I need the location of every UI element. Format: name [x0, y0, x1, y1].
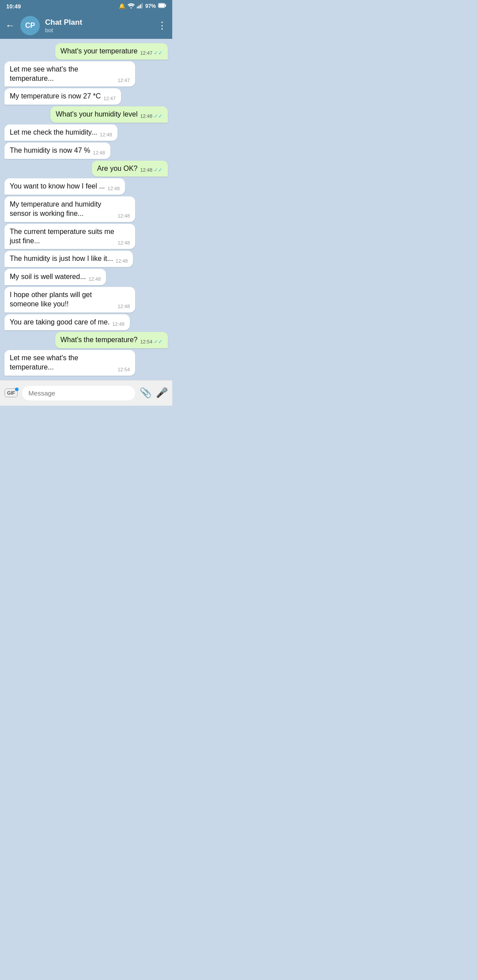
message-meta: 12:54 — [117, 367, 130, 372]
message-text: What's your temperature — [61, 47, 138, 56]
header-info: Chat Plant bot — [45, 18, 152, 34]
received-message: The humidity is just how I like it... 12… — [4, 251, 133, 267]
message-text: The humidity is just how I like it... — [10, 254, 113, 264]
menu-button[interactable]: ⋮ — [157, 20, 167, 31]
alarm-icon: 🔔 — [119, 3, 125, 9]
svg-rect-4 — [141, 3, 143, 8]
received-message: My temperature is now 27 *C 12:47 — [4, 88, 121, 105]
message-time: 12:47 — [140, 50, 152, 56]
gif-notification-dot — [15, 388, 19, 391]
message-meta: 12:47 — [117, 78, 130, 83]
battery-icon — [158, 3, 166, 9]
received-message: Let me check the humidity... 12:48 — [4, 124, 117, 141]
message-input[interactable] — [22, 386, 135, 400]
message-meta: 12:48 — [89, 276, 101, 282]
read-receipt: ✓✓ — [154, 339, 163, 345]
received-message: My soil is well watered... 12:48 — [4, 269, 106, 285]
message-meta: 12:48 — [112, 321, 125, 327]
chat-sub: bot — [45, 27, 152, 34]
sent-message: What's your temperature 12:47 ✓✓ — [55, 43, 168, 60]
wifi-icon — [128, 3, 135, 10]
message-text: The humidity is now 47 % — [10, 146, 90, 155]
message-text: You are taking good care of me. — [10, 318, 110, 327]
message-time: 12:48 — [140, 113, 152, 119]
received-message: Let me see what's the temperature... 12:… — [4, 61, 135, 87]
message-meta: 12:48 ✓✓ — [140, 167, 163, 173]
message-time: 12:54 — [140, 339, 152, 344]
received-message: You are taking good care of me. 12:48 — [4, 314, 130, 331]
received-message: The current temperature suits me just fi… — [4, 224, 135, 249]
svg-rect-2 — [138, 5, 140, 8]
status-bar: 10:49 🔔 97% — [0, 0, 172, 12]
chat-header: ← CP Chat Plant bot ⋮ — [0, 12, 172, 39]
sent-message: Are you OK? 12:48 ✓✓ — [92, 161, 168, 177]
received-message: You want to know how I feel ... 12:48 — [4, 178, 125, 195]
read-receipt: ✓✓ — [154, 50, 163, 56]
received-message: My temperature and humidity sensor is wo… — [4, 196, 135, 222]
mic-button[interactable]: 🎤 — [156, 387, 168, 399]
svg-rect-3 — [140, 4, 141, 8]
message-text: I hope other plants will get someone lik… — [10, 290, 115, 309]
received-message: The humidity is now 47 % 12:48 — [4, 143, 110, 159]
received-message: Let me see what's the temperature... 12:… — [4, 350, 135, 376]
message-time: 12:48 — [140, 167, 152, 173]
status-time: 10:49 — [6, 3, 21, 10]
message-meta: 12:48 — [100, 132, 112, 137]
gif-button[interactable]: GIF — [4, 388, 18, 397]
message-text: What's your humidity level — [56, 110, 137, 119]
avatar: CP — [20, 16, 40, 35]
signal-icon — [137, 3, 143, 10]
back-button[interactable]: ← — [5, 20, 15, 31]
message-meta: 12:48 — [117, 304, 130, 309]
message-text: You want to know how I feel ... — [10, 182, 105, 191]
message-meta: 12:47 — [103, 96, 116, 101]
read-receipt: ✓✓ — [154, 113, 163, 119]
message-text: Are you OK? — [97, 164, 138, 173]
message-text: My temperature and humidity sensor is wo… — [10, 200, 115, 219]
svg-rect-6 — [159, 4, 165, 8]
message-meta: 12:47 ✓✓ — [140, 50, 163, 56]
message-meta: 12:48 — [117, 213, 130, 219]
svg-rect-1 — [137, 7, 138, 8]
message-meta: 12:48 — [93, 150, 105, 155]
message-text: Let me see what's the temperature... — [10, 354, 115, 372]
chat-area: What's your temperature 12:47 ✓✓ Let me … — [0, 39, 172, 380]
read-receipt: ✓✓ — [154, 167, 163, 173]
message-meta: 12:48 — [108, 186, 120, 191]
message-meta: 12:54 ✓✓ — [140, 339, 163, 345]
input-bar: GIF 📎 🎤 — [0, 380, 172, 406]
sent-message: What's the temperature? 12:54 ✓✓ — [55, 332, 168, 348]
svg-point-0 — [130, 7, 132, 8]
message-text: Let me check the humidity... — [10, 128, 97, 137]
message-meta: 12:48 — [117, 240, 130, 245]
message-text: Let me see what's the temperature... — [10, 65, 115, 83]
battery-text: 97% — [145, 3, 156, 9]
received-message: I hope other plants will get someone lik… — [4, 287, 135, 313]
sent-message: What's your humidity level 12:48 ✓✓ — [50, 106, 168, 123]
message-text: What's the temperature? — [61, 335, 138, 345]
message-meta: 12:48 ✓✓ — [140, 113, 163, 119]
message-text: My soil is well watered... — [10, 272, 86, 282]
message-text: The current temperature suits me just fi… — [10, 227, 115, 246]
status-icons: 🔔 97% — [119, 3, 166, 10]
message-meta: 12:48 — [116, 258, 128, 264]
attachment-button[interactable]: 📎 — [140, 387, 151, 399]
message-text: My temperature is now 27 *C — [10, 92, 101, 101]
svg-rect-7 — [165, 4, 166, 7]
chat-name: Chat Plant — [45, 18, 152, 27]
